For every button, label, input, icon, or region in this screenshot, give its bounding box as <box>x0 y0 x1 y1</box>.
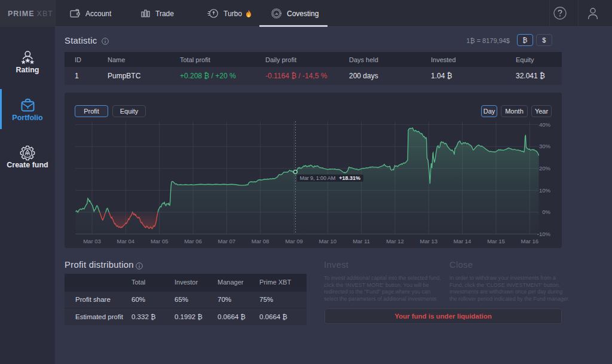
svg-text:10%: 10% <box>539 187 551 194</box>
svg-text:Mar 06: Mar 06 <box>184 238 202 244</box>
svg-text:Mar 04: Mar 04 <box>117 238 135 244</box>
svg-text:Mar 05: Mar 05 <box>151 238 169 244</box>
svg-text:Mar 13: Mar 13 <box>420 238 438 244</box>
svg-text:20%: 20% <box>539 165 551 172</box>
svg-text:30%: 30% <box>539 143 551 149</box>
svg-text:Mar 08: Mar 08 <box>252 238 270 244</box>
svg-text:Mar 12: Mar 12 <box>386 238 404 244</box>
svg-text:Mar 07: Mar 07 <box>218 238 236 244</box>
svg-text:Mar 09: Mar 09 <box>285 238 303 244</box>
svg-text:Mar 14: Mar 14 <box>454 238 472 244</box>
svg-text:Mar 03: Mar 03 <box>83 238 101 244</box>
svg-text:40%: 40% <box>539 121 551 128</box>
svg-text:Mar 11: Mar 11 <box>353 238 370 244</box>
svg-text:Mar 15: Mar 15 <box>487 238 505 244</box>
svg-text:Mar 10: Mar 10 <box>319 238 337 244</box>
svg-text:-10%: -10% <box>537 231 551 237</box>
svg-text:Mar 16: Mar 16 <box>521 238 539 244</box>
svg-text:0%: 0% <box>542 209 550 215</box>
